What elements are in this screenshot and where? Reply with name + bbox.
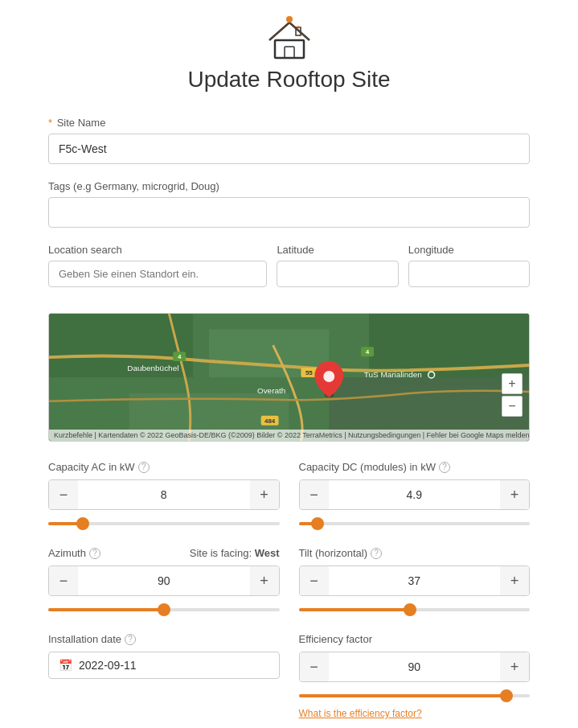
latitude-group: Latitude	[277, 244, 398, 287]
svg-text:484: 484	[264, 417, 276, 425]
efficiency-slider-wrapper[interactable]	[299, 694, 531, 697]
azimuth-value[interactable]	[78, 574, 250, 587]
efficiency-slider-fill	[299, 694, 507, 697]
map-zoom-out-button[interactable]: −	[502, 396, 523, 417]
date-input-wrapper[interactable]: 📅 2022-09-11	[48, 652, 280, 679]
latitude-input[interactable]	[277, 261, 398, 287]
calendar-icon: 📅	[59, 659, 72, 672]
site-name-field: * Site Name	[48, 117, 530, 164]
efficiency-plus-button[interactable]: +	[500, 652, 529, 681]
azimuth-label-row: Azimuth ? Site is facing: West	[48, 547, 280, 559]
efficiency-value[interactable]	[329, 660, 501, 673]
latitude-label: Latitude	[277, 244, 398, 256]
location-search-label: Location search	[48, 244, 267, 256]
map-controls: + −	[502, 373, 523, 417]
efficiency-slider-container	[299, 689, 531, 703]
tilt-value[interactable]	[329, 574, 501, 587]
page-header: Update Rooftop Site	[48, 16, 530, 93]
svg-text:Daubenbüchel: Daubenbüchel	[127, 364, 178, 372]
capacity-ac-slider-thumb[interactable]	[76, 517, 89, 530]
azimuth-field: Azimuth ? Site is facing: West − +	[48, 547, 280, 617]
capacity-dc-stepper: − +	[299, 479, 531, 510]
longitude-label: Longitude	[408, 244, 530, 256]
tags-input[interactable]	[48, 197, 530, 228]
tilt-slider-wrapper[interactable]	[299, 608, 531, 611]
svg-rect-0	[275, 40, 304, 58]
azimuth-stepper: − +	[48, 566, 280, 596]
house-icon	[265, 16, 314, 60]
svg-rect-1	[285, 47, 294, 58]
tags-field: Tags (e.g Germany, microgrid, Doug)	[48, 180, 530, 228]
capacity-ac-slider-wrapper[interactable]	[48, 522, 280, 525]
svg-text:55: 55	[305, 369, 313, 376]
capacity-dc-info-icon[interactable]: ?	[439, 462, 450, 473]
azimuth-slider-fill	[48, 608, 164, 611]
svg-text:Overath: Overath	[257, 386, 285, 395]
capacity-ac-slider-container	[48, 516, 280, 531]
facing-value: West	[255, 547, 280, 559]
update-rooftop-form: * Site Name Tags (e.g Germany, microgrid…	[48, 117, 530, 720]
capacity-dc-value[interactable]	[329, 488, 501, 501]
facing-text: Site is facing: West	[190, 547, 280, 559]
capacity-dc-slider-wrapper[interactable]	[299, 522, 531, 525]
site-name-label: * Site Name	[48, 117, 530, 129]
svg-point-25	[323, 371, 334, 382]
map-footer: Kurzbefehle | Kartendaten © 2022 GeoBasi…	[49, 430, 529, 441]
tilt-slider-fill	[299, 608, 410, 611]
efficiency-slider-track	[299, 694, 531, 697]
tilt-info-icon[interactable]: ?	[371, 548, 382, 559]
azimuth-slider-wrapper[interactable]	[48, 608, 280, 611]
tilt-field: Tilt (horizontal) ? − +	[299, 547, 531, 617]
azimuth-info-icon[interactable]: ?	[89, 548, 100, 559]
svg-text:TuS Marialinden: TuS Marialinden	[364, 370, 422, 379]
tilt-plus-button[interactable]: +	[500, 566, 529, 595]
azimuth-tilt-row: Azimuth ? Site is facing: West − +	[48, 547, 530, 617]
capacity-ac-value[interactable]	[78, 488, 250, 501]
capacity-dc-slider-thumb[interactable]	[311, 517, 324, 530]
capacity-ac-info-icon[interactable]: ?	[138, 462, 150, 473]
capacity-dc-slider-track	[299, 522, 531, 525]
efficiency-stepper: − +	[299, 652, 531, 682]
capacity-dc-field: Capacity DC (modules) in kW ? − +	[299, 461, 531, 531]
location-search-group: Location search	[48, 244, 267, 287]
efficiency-link[interactable]: What is the efficiency factor?	[299, 708, 422, 719]
map-svg: 4 4 55 484 Daubenbüchel Overath TuS Mari…	[49, 314, 529, 441]
tilt-stepper: − +	[299, 566, 531, 596]
capacity-ac-field: Capacity AC in kW ? − +	[48, 461, 280, 531]
capacity-dc-plus-button[interactable]: +	[500, 480, 529, 509]
longitude-group: Longitude	[408, 244, 530, 287]
capacity-ac-minus-button[interactable]: −	[49, 480, 78, 509]
capacity-ac-label: Capacity AC in kW ?	[48, 461, 280, 473]
capacity-row: Capacity AC in kW ? − + Capacity DC (	[48, 461, 530, 531]
map-zoom-in-button[interactable]: +	[502, 373, 523, 394]
azimuth-label: Azimuth ?	[48, 547, 100, 559]
installation-date-label: Installation date ?	[48, 633, 280, 645]
tilt-slider-container	[299, 603, 531, 617]
required-marker: *	[48, 117, 52, 129]
svg-text:4: 4	[178, 353, 182, 360]
tilt-slider-thumb[interactable]	[404, 603, 416, 616]
azimuth-slider-thumb[interactable]	[158, 603, 170, 616]
azimuth-slider-container	[48, 603, 280, 617]
installation-date-field: Installation date ? 📅 2022-09-11	[48, 633, 280, 720]
tags-label: Tags (e.g Germany, microgrid, Doug)	[48, 180, 530, 192]
capacity-dc-minus-button[interactable]: −	[300, 480, 329, 509]
site-name-input[interactable]	[48, 134, 530, 164]
efficiency-label: Efficiency factor	[299, 633, 531, 645]
efficiency-minus-button[interactable]: −	[300, 652, 329, 681]
location-row: Location search Latitude Longitude	[48, 244, 530, 303]
page-title: Update Rooftop Site	[187, 67, 390, 93]
efficiency-slider-thumb[interactable]	[500, 689, 513, 702]
installation-date-info-icon[interactable]: ?	[125, 634, 136, 645]
longitude-input[interactable]	[408, 261, 530, 287]
capacity-ac-plus-button[interactable]: +	[250, 480, 279, 509]
location-search-input[interactable]	[48, 261, 267, 287]
tilt-minus-button[interactable]: −	[300, 566, 329, 595]
svg-point-3	[286, 16, 293, 23]
azimuth-plus-button[interactable]: +	[250, 566, 279, 595]
map-container[interactable]: 4 4 55 484 Daubenbüchel Overath TuS Mari…	[48, 313, 530, 442]
azimuth-minus-button[interactable]: −	[49, 566, 78, 595]
capacity-ac-stepper: − +	[48, 479, 280, 510]
tilt-label: Tilt (horizontal) ?	[299, 547, 531, 559]
capacity-dc-slider-container	[299, 516, 531, 531]
